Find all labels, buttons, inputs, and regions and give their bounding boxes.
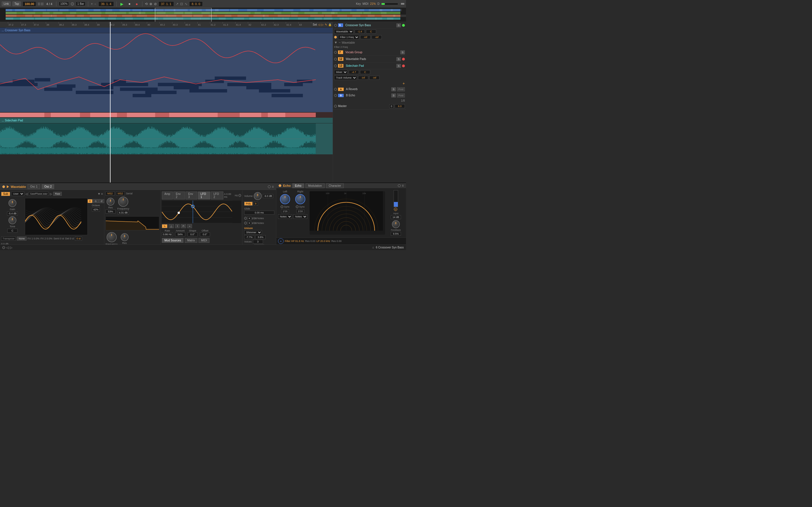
tap-button[interactable]: Tap — [12, 1, 21, 6]
env2-tab[interactable]: Env 2 — [173, 191, 185, 200]
lfo-square-btn[interactable]: ⊓ — [181, 224, 186, 228]
mixer-select[interactable]: Mixer — [334, 70, 348, 74]
user-dropdown[interactable]: User — [11, 191, 24, 196]
filter1-res-knob[interactable] — [107, 198, 114, 206]
master-num[interactable]: 0 — [389, 104, 394, 108]
status-prev[interactable]: ◁ — [6, 245, 9, 249]
osc-collapse[interactable]: ▼ — [98, 192, 101, 195]
mixer-val-c[interactable]: C — [360, 70, 370, 74]
wt-pos[interactable]: 42% — [92, 208, 100, 212]
echo-left-knob[interactable] — [280, 194, 290, 204]
filter1-val2[interactable]: -inf — [371, 35, 382, 39]
track13-mute[interactable] — [402, 64, 405, 67]
loop-position[interactable]: 37. 1. 1 — [158, 1, 174, 6]
track7-led[interactable] — [334, 51, 337, 54]
time-display[interactable]: 8. 0. 0 — [189, 1, 203, 6]
poly-num[interactable]: 8 — [254, 202, 258, 206]
tone-knob[interactable] — [8, 216, 16, 224]
echo-left-notes[interactable]: 1/16 — [281, 209, 289, 213]
track12-mute[interactable] — [402, 58, 405, 61]
sync-right-led[interactable] — [296, 205, 299, 208]
filter2-freq-knob[interactable] — [107, 232, 117, 242]
set-edit-icon[interactable]: ✎ — [325, 23, 327, 26]
echo-tab[interactable]: Echo — [292, 183, 304, 188]
input-fader[interactable] — [394, 190, 398, 207]
lfo-sine-btn[interactable]: ∿ — [162, 224, 167, 228]
sub-label[interactable]: Sub — [1, 192, 10, 196]
link-button[interactable]: Link — [2, 1, 11, 6]
wavetable-select[interactable]: Wavetable — [334, 29, 354, 34]
unison-dropdown[interactable]: Shimmer — [244, 230, 262, 235]
set-right-arrow[interactable]: ▷ — [321, 23, 324, 26]
loop-length[interactable]: 1 Bar — [76, 2, 86, 6]
track6-mute[interactable] — [402, 24, 405, 27]
filter-ms2-1[interactable]: MS2 — [105, 191, 115, 195]
midi-label[interactable]: MIDI — [363, 2, 368, 5]
track7-s[interactable]: S — [400, 50, 405, 54]
echo-right-knob[interactable] — [295, 194, 305, 204]
voices-val[interactable]: 3 — [253, 240, 263, 244]
play-button[interactable]: ▶ — [119, 1, 125, 7]
mod-sources-tab[interactable]: Mod Sources — [162, 238, 184, 243]
record-button[interactable]: ● — [134, 1, 140, 7]
position-display[interactable]: 39. 1. 4 — [98, 1, 114, 6]
lfo-shape[interactable]: 0.0° — [188, 232, 198, 236]
feedback-knob[interactable] — [392, 220, 400, 228]
track12-s[interactable]: S — [396, 57, 401, 61]
track6-led[interactable] — [334, 24, 337, 27]
env3-tab[interactable]: Env 3 — [186, 191, 197, 200]
serial-label[interactable]: Serial — [126, 192, 133, 195]
track12-led[interactable] — [334, 58, 337, 61]
echo-led2[interactable] — [398, 184, 401, 187]
volume-val[interactable]: -9.0 dB — [263, 194, 273, 198]
filter-ms2-2[interactable]: MS2 — [116, 191, 125, 195]
lfo-offset[interactable]: 0.0° — [200, 232, 210, 236]
send-b-s[interactable]: S — [391, 94, 396, 98]
stop-button[interactable]: ■ — [126, 1, 132, 7]
track13-led[interactable] — [334, 64, 337, 67]
unison-val1[interactable]: -7.7% — [244, 235, 254, 239]
oct-val2[interactable]: -1 — [93, 199, 98, 203]
filter1-led[interactable] — [334, 36, 337, 39]
mixer-val[interactable]: -4.7 — [349, 70, 359, 74]
wave-file[interactable]: SawPhase.wav — [29, 192, 49, 196]
amount-val[interactable]: 30% — [254, 244, 264, 244]
lfo-amount[interactable]: 54% — [175, 232, 185, 236]
notes-dropdown1[interactable]: ▾ — [248, 216, 251, 220]
filter2-res-knob[interactable] — [121, 233, 129, 241]
expand-down-icon[interactable]: ▼ — [334, 41, 338, 45]
poly-btn[interactable]: Poly — [244, 202, 253, 206]
amp-tab[interactable]: Amp — [162, 191, 173, 200]
track-volume-select[interactable]: Track Volume — [334, 75, 357, 80]
wt-settings-icon[interactable]: ≡ — [272, 185, 274, 189]
oct-val3[interactable]: -2 — [99, 199, 104, 203]
status-led[interactable] — [2, 246, 5, 249]
osc1-tab[interactable]: Osc 1 — [28, 184, 40, 189]
glide-val[interactable]: 0.00 ms — [244, 211, 274, 215]
sync-led1[interactable] — [244, 217, 247, 220]
lfo2-tab[interactable]: LFO 2 — [211, 191, 223, 200]
gain-knob[interactable] — [8, 199, 16, 207]
lfo1-tab[interactable]: LFO 1 — [198, 191, 210, 200]
track6-s[interactable]: S — [396, 23, 401, 27]
menu-icon[interactable] — [401, 3, 404, 4]
osc2-tab[interactable]: Osc 2 — [42, 184, 54, 189]
sidechain-content[interactable] — [0, 123, 333, 154]
key-label[interactable]: Key — [356, 2, 361, 5]
input-val[interactable]: 14 dB — [391, 215, 401, 219]
add-automation-btn[interactable]: + — [403, 81, 405, 86]
wt-play-btn[interactable] — [7, 185, 9, 188]
vocals-content[interactable] — [0, 112, 333, 118]
wt-power-led[interactable] — [2, 185, 5, 188]
modulation-tab[interactable]: Modulation — [306, 183, 324, 188]
send-b-post[interactable]: Post — [397, 94, 405, 98]
echo-filter-icon[interactable]: A — [278, 238, 284, 244]
status-next[interactable]: ▷ — [10, 245, 12, 249]
notes-dropdown2[interactable]: ▾ — [248, 221, 251, 225]
transpose-val[interactable]: 0 st — [75, 237, 82, 240]
synth-bass-content[interactable] — [0, 33, 333, 112]
tempo-display[interactable]: 100.00 — [22, 1, 36, 6]
matrix-tab[interactable]: Matrix — [185, 238, 197, 243]
set-left-arrow[interactable]: ◁ — [318, 23, 320, 26]
tv-val4[interactable]: -inf — [369, 76, 379, 80]
